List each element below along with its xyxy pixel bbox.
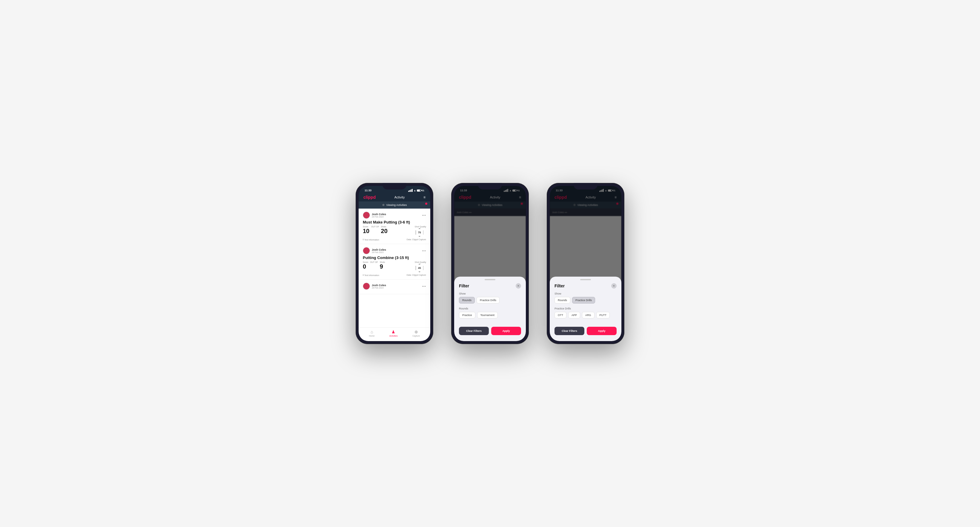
practice-drills-label-3: Practice Drills (555, 307, 617, 310)
filter-sheet-2: Filter ✕ Show Rounds Practice Drills Rou… (454, 277, 526, 341)
bottom-nav-1: ⌂ Home ♟ Activities ⊕ Capture (359, 327, 430, 341)
chip-tournament-2[interactable]: Tournament (477, 312, 498, 318)
filter-actions-3: Clear Filters Apply (550, 324, 621, 335)
out-of-2: OUT OF (370, 261, 378, 263)
filter-icon-1: ⚙ (382, 203, 385, 206)
nav-activities-1[interactable]: ♟ Activities (389, 329, 398, 337)
capture-icon-1: ⊕ (414, 329, 418, 334)
sq-wrap-1: Shot Quality 75 (415, 225, 426, 237)
score-value-1: 10 (363, 228, 369, 234)
nav-home-label-1: Home (369, 335, 375, 337)
activities-icon-1: ♟ (391, 329, 395, 334)
app-header-1: clippd Activity ≡ (359, 193, 430, 202)
user-date-3: 28 Feb 2023 (372, 287, 386, 289)
show-label-2: Show (459, 292, 521, 295)
score-value-2: 0 (363, 263, 366, 270)
shots-label-2: Shots (380, 261, 385, 263)
battery-icon-1 (417, 189, 421, 192)
filter-body-2: Show Rounds Practice Drills Rounds Pract… (454, 290, 526, 324)
scene: 11:33 ▲ 31 clippd (338, 165, 642, 362)
activity-card-2: Josh Coles 28 Feb 2023 ••• Putting Combi… (359, 244, 430, 279)
show-chips-3: Rounds Practice Drills (555, 297, 617, 303)
home-icon-1: ⌂ (371, 329, 373, 334)
more-dots-3[interactable]: ••• (422, 285, 426, 288)
chip-arg-3[interactable]: ARG (582, 312, 595, 318)
data-source-2: Data: Clippd Capture (407, 274, 426, 276)
battery-pct-1: 31 (422, 189, 424, 192)
chip-ott-3[interactable]: OTT (555, 312, 566, 318)
sq-value-1: 75 (418, 231, 421, 234)
chip-practice-drills-2[interactable]: Practice Drills (477, 297, 500, 303)
logo-1: clippd (363, 195, 375, 200)
red-dot-1 (425, 203, 427, 205)
user-date-2: 28 Feb 2023 (372, 251, 386, 253)
test-info-2: ℹ Test Information (363, 274, 379, 276)
score-label-1: Score (363, 225, 369, 228)
shots-value-1: 20 (381, 228, 388, 234)
apply-btn-2[interactable]: Apply (491, 327, 521, 335)
activity-card-3: Josh Coles 28 Feb 2023 ••• (359, 279, 430, 294)
user-date-1: 28 Feb 2023 (372, 216, 386, 218)
chip-practice-drills-3[interactable]: Practice Drills (572, 297, 595, 303)
score-label-2: Score (363, 261, 368, 263)
chip-putt-3[interactable]: PUTT (596, 312, 610, 318)
notch-2 (478, 183, 502, 189)
chip-rounds-3[interactable]: Rounds (555, 297, 570, 303)
nav-activities-label-1: Activities (389, 335, 398, 337)
more-dots-1[interactable]: ••• (422, 214, 426, 217)
sq-value-2: 45 (418, 267, 421, 270)
shots-value-2: 9 (380, 263, 383, 270)
header-title-1: Activity (395, 195, 405, 199)
filter-title-2: Filter (459, 284, 469, 288)
sq-label-2: Shot Quality (415, 261, 426, 263)
user-name-2: Josh Coles (372, 248, 386, 251)
rounds-chips-2: Practice Tournament (459, 312, 521, 318)
clear-filters-btn-2[interactable]: Clear Filters (459, 327, 489, 335)
chip-rounds-2[interactable]: Rounds (459, 297, 475, 303)
chip-practice-2[interactable]: Practice (459, 312, 476, 318)
close-btn-2[interactable]: ✕ (516, 283, 521, 289)
nav-home-1[interactable]: ⌂ Home (369, 329, 375, 337)
filter-sheet-3: Filter ✕ Show Rounds Practice Drills Pra… (550, 277, 621, 341)
user-name-1: Josh Coles (372, 213, 386, 216)
filter-actions-2: Clear Filters Apply (454, 324, 526, 335)
filter-title-3: Filter (555, 284, 565, 288)
avatar-1 (363, 211, 370, 219)
sq-wrap-2: Shot Quality 45 (415, 261, 426, 273)
user-name-3: Josh Coles (372, 284, 386, 287)
sq-label-1: Shot Quality (415, 225, 426, 228)
phone-2: 11:33 ▲ 31 clippd (451, 183, 529, 344)
shots-label-1: Shots (381, 225, 388, 228)
activity-title-1: Must Make Putting (3-6 ft) (363, 220, 426, 224)
phone-3: 11:33 ▲ 31 clippd (547, 183, 624, 344)
show-chips-2: Rounds Practice Drills (459, 297, 521, 303)
viewing-bar-1[interactable]: ⚙ Viewing Activities (359, 202, 430, 209)
time-1: 11:33 (364, 189, 371, 192)
rounds-label-2: Rounds (459, 307, 521, 310)
practice-drills-chips-3: OTT APP ARG PUTT (555, 312, 617, 318)
show-label-3: Show (555, 292, 617, 295)
notch-3 (574, 183, 598, 189)
activity-title-2: Putting Combine (3-15 ft) (363, 256, 426, 260)
test-info-1: ℹ Test Information (363, 238, 379, 241)
apply-btn-3[interactable]: Apply (587, 327, 617, 335)
viewing-bar-text-1: Viewing Activities (387, 203, 407, 206)
user-info-3: Josh Coles 28 Feb 2023 (363, 283, 386, 290)
clear-filters-btn-3[interactable]: Clear Filters (555, 327, 584, 335)
user-info-2: Josh Coles 28 Feb 2023 (363, 247, 386, 254)
data-source-1: Data: Clippd Capture (407, 238, 426, 241)
menu-icon-1[interactable]: ≡ (423, 195, 425, 199)
scroll-content-1: Josh Coles 28 Feb 2023 ••• Must Make Put… (359, 209, 430, 327)
close-btn-3[interactable]: ✕ (611, 283, 617, 289)
nav-capture-1[interactable]: ⊕ Capture (412, 329, 420, 337)
phone-1: 11:33 ▲ 31 clippd (356, 183, 433, 344)
user-info-1: Josh Coles 28 Feb 2023 (363, 211, 386, 219)
wifi-icon-1: ▲ (414, 189, 416, 192)
chip-app-3[interactable]: APP (568, 312, 580, 318)
more-dots-2[interactable]: ••• (422, 249, 426, 252)
notch (382, 183, 406, 189)
activity-card-1: Josh Coles 28 Feb 2023 ••• Must Make Put… (359, 209, 430, 244)
out-of-1: OUT OF (371, 225, 379, 228)
avatar-2 (363, 247, 370, 254)
avatar-3 (363, 283, 370, 290)
